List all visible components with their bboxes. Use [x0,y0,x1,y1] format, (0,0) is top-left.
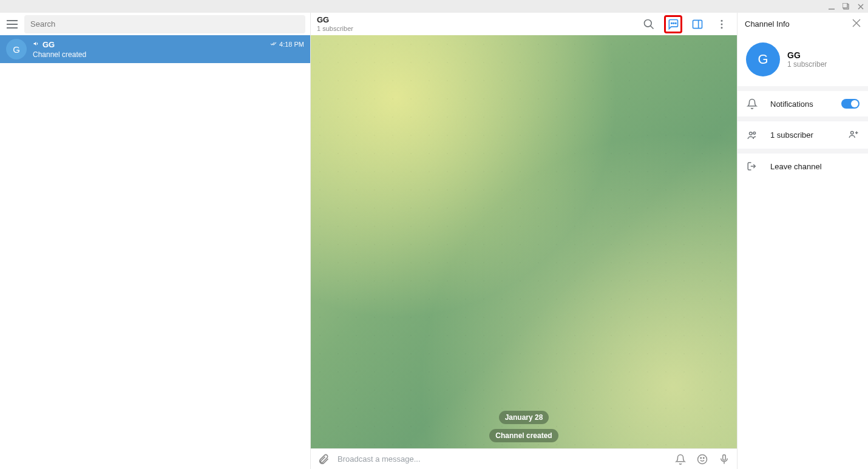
panel-title: Channel Info [745,19,790,29]
svg-point-11 [673,22,674,24]
channel-name-label: GG [787,50,827,60]
message-input[interactable] [337,454,666,464]
people-icon [746,130,758,141]
svg-rect-21 [723,454,726,460]
leave-channel-label: Leave channel [770,162,860,171]
window-close-icon[interactable] [857,3,864,10]
svg-point-25 [750,132,753,135]
add-subscriber-icon[interactable] [847,129,860,141]
chat-time-label: 4:18 PM [279,41,304,48]
notifications-label: Notifications [770,100,829,109]
search-field[interactable] [30,19,299,29]
read-check-icon [269,41,277,48]
window-minimize-icon[interactable] [828,3,835,10]
date-separator: January 28 [499,411,549,424]
svg-rect-2 [843,3,847,8]
svg-rect-13 [693,20,702,28]
chat-preview-label: Channel created [33,50,304,59]
svg-point-12 [675,22,676,24]
chat-background: January 28 Channel created [311,35,737,448]
divider [737,116,868,121]
leave-icon [746,161,758,172]
megaphone-icon [33,40,40,49]
discussion-icon[interactable] [664,15,682,33]
chat-area: GG 1 subscriber January 28 [310,13,737,469]
svg-point-8 [645,19,652,27]
more-icon[interactable] [713,15,731,33]
svg-point-20 [704,457,705,459]
channel-avatar: G [746,42,780,76]
menu-icon[interactable] [5,17,19,32]
notifications-toggle[interactable] [841,99,860,109]
subscribers-row[interactable]: 1 subscriber [737,121,868,149]
channel-profile[interactable]: G GG 1 subscriber [737,35,868,86]
chat-header: GG 1 subscriber [311,13,737,35]
subscribers-count-label: 1 subscriber [770,130,835,140]
message-composer [311,448,737,469]
chat-header-title[interactable]: GG 1 subscriber [317,16,640,33]
window-titlebar [0,0,868,13]
svg-point-19 [700,457,702,459]
svg-point-17 [721,27,723,29]
chat-list-sidebar: G GG 4:18 PM Channel created [0,13,310,469]
avatar: G [6,39,27,59]
close-panel-icon[interactable] [852,19,861,29]
bell-icon[interactable] [674,454,687,465]
chat-title-label: GG [317,16,640,25]
svg-line-9 [651,25,654,29]
svg-point-16 [721,23,723,25]
chat-list-item[interactable]: G GG 4:18 PM Channel created [0,35,310,63]
bell-outline-icon [746,98,758,109]
chat-subtitle-label: 1 subscriber [317,25,640,33]
search-input[interactable] [24,15,305,33]
service-message: Channel created [489,429,558,442]
notifications-row[interactable]: Notifications [737,91,868,116]
chat-name-label: GG [42,40,55,49]
channel-subscribers-label: 1 subscriber [787,60,827,69]
divider [737,86,868,91]
window-maximize-icon[interactable] [843,3,850,10]
emoji-icon[interactable] [696,454,709,465]
svg-point-15 [721,19,723,21]
microphone-icon[interactable] [717,454,731,465]
attach-icon[interactable] [317,453,330,465]
search-in-chat-icon[interactable] [640,15,658,33]
leave-channel-row[interactable]: Leave channel [737,154,868,179]
divider [737,149,868,154]
svg-point-26 [753,132,756,134]
side-panel-icon[interactable] [688,15,707,33]
channel-info-panel: Channel Info G GG 1 subscriber Notificat… [737,13,868,469]
svg-point-27 [851,132,854,135]
svg-point-10 [671,22,673,24]
svg-point-18 [698,454,707,464]
